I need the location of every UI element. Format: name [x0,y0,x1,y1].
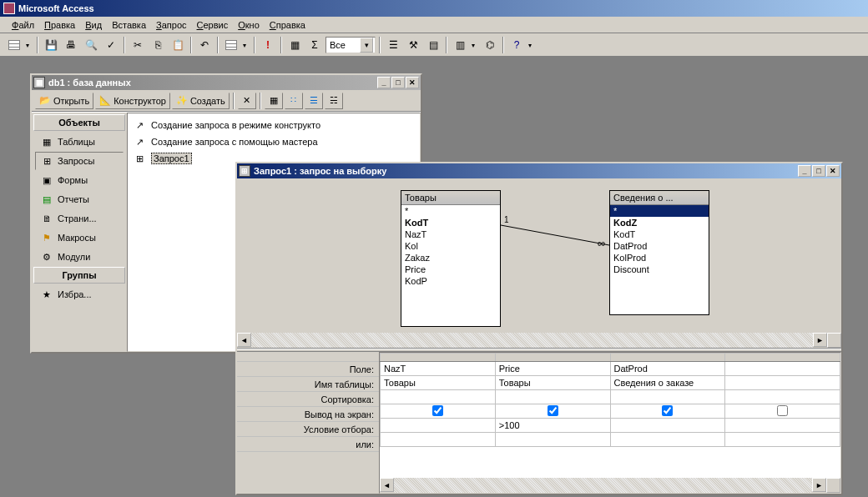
table-box-svedeniya[interactable]: Сведения о ... * KodZ KodT DatProd KolPr… [609,190,709,315]
field-row[interactable]: Kol [401,240,500,252]
scroll-right-button[interactable]: ► [812,478,826,492]
list-item[interactable]: ↗Создание запроса с помощью мастера [131,133,416,150]
scroll-left-button[interactable]: ◄ [237,333,251,347]
field-row[interactable]: Price [401,264,500,275]
view-button[interactable] [5,36,23,54]
menu-service[interactable]: Сервис [192,18,234,32]
query-upper-hscroll[interactable]: ◄ ► [237,333,841,348]
scroll-left-button[interactable]: ◄ [380,478,394,492]
undo-button[interactable]: ↶ [195,36,214,54]
db-listview-button[interactable]: ☰ [305,93,323,109]
topvalues-combo[interactable]: Все [326,37,376,53]
print-button[interactable]: 🖶 [62,36,80,54]
showtable-button[interactable]: ▦ [285,36,304,54]
sidebar-item-forms[interactable]: ▣Формы [35,171,124,189]
field-row[interactable]: DatProd [610,240,709,252]
scroll-right-button[interactable]: ► [813,333,827,347]
sidebar-item-queries[interactable]: ⊞Запросы [35,152,124,170]
menu-view[interactable]: Вид [80,18,107,32]
copy-button[interactable]: ⎘ [149,36,167,54]
spell-button[interactable]: ✓ [102,36,120,54]
grid-cell[interactable] [381,419,496,433]
query-diagram[interactable]: Товары * KodT NazT Kol Zakaz Price KodP … [237,178,841,333]
sidebar-item-pages[interactable]: 🗎Страни... [35,209,124,228]
scroll-track[interactable] [251,333,813,348]
sidebar-item-modules[interactable]: ⚙Модули [35,248,124,266]
show-checkbox[interactable] [548,405,558,416]
grid-cell[interactable]: >100 [495,419,610,433]
db-min-button[interactable]: _ [377,77,391,88]
grid-cell[interactable]: Price [495,362,610,376]
menu-insert[interactable]: Вставка [107,18,151,32]
querytype-button[interactable] [222,36,240,54]
db-close-button[interactable]: ✕ [406,77,419,88]
list-item[interactable]: ↗Создание запроса в режиме конструкто [131,117,416,133]
q-min-button[interactable]: _ [798,165,811,177]
db-open-button[interactable]: 📂Открыть [35,93,93,109]
grid-cell[interactable]: DatProd [610,362,725,376]
grid-cell[interactable] [610,433,725,447]
grid-cell[interactable] [725,419,840,433]
grid-cell[interactable]: Товары [381,376,496,390]
field-row[interactable]: KodP [401,275,500,287]
grid-cell[interactable] [725,390,840,404]
query-grid-hscroll[interactable]: ◄ ► [380,478,840,493]
q-max-button[interactable]: □ [812,165,825,177]
menu-window[interactable]: Окно [233,18,265,32]
sidebar-item-tables[interactable]: ▦Таблицы [35,133,124,151]
grid-cell[interactable]: Сведения о заказе [610,376,725,390]
field-row[interactable]: Discount [610,264,709,275]
q-close-button[interactable]: ✕ [826,165,840,177]
menu-edit[interactable]: Правка [39,18,80,32]
field-row[interactable]: KodT [401,217,500,228]
query-grid[interactable]: NazT Price DatProd Товары Товары Сведени… [379,352,841,494]
db-detailview-button[interactable]: ☵ [325,93,343,109]
field-row[interactable]: NazT [401,228,500,240]
db-new-button[interactable]: ✨Создать [172,93,230,109]
grid-cell[interactable] [725,362,840,376]
query-window-titlebar[interactable]: ⊞ Запрос1 : запрос на выборку _ □ ✕ [237,163,841,178]
menu-file[interactable]: Файл [7,18,39,32]
grid-cell-show[interactable] [610,404,725,419]
totals-button[interactable]: Σ [305,36,324,54]
grid-cell[interactable] [495,433,610,447]
menu-query[interactable]: Запрос [151,18,191,32]
field-row[interactable]: KolProd [610,252,709,264]
grid-cell[interactable]: NazT [381,362,496,376]
db-smallicons-button[interactable]: ∷ [285,93,303,109]
show-checkbox[interactable] [662,405,673,416]
grid-cell[interactable] [610,390,725,404]
grid-cell[interactable] [725,433,840,447]
grid-cell[interactable] [495,390,610,404]
run-button[interactable]: ! [259,36,277,54]
db-delete-button[interactable]: ✕ [238,93,256,109]
grid-cell[interactable] [725,376,840,390]
grid-cell-show[interactable] [725,404,840,419]
grid-cell[interactable] [381,433,496,447]
sidebar-group-favorites[interactable]: ★Избра... [35,285,124,304]
field-row[interactable]: KodT [610,228,709,240]
db-largeicons-button[interactable]: ▦ [265,93,283,109]
db-design-button[interactable]: 📐Конструктор [95,93,170,109]
field-row[interactable]: * [401,205,500,217]
save-button[interactable]: 💾 [42,36,60,54]
field-row[interactable]: * [610,205,709,217]
table-box-tovary[interactable]: Товары * KodT NazT Kol Zakaz Price KodP [401,190,501,327]
db-window-titlebar[interactable]: ▦ db1 : база данных _ □ ✕ [32,75,421,90]
grid-cell[interactable] [610,419,725,433]
relations-button[interactable]: ⌬ [481,36,499,54]
build-button[interactable]: ⚒ [404,36,422,54]
grid-cell-show[interactable] [495,404,610,419]
field-row[interactable]: Zakaz [401,252,500,264]
sidebar-item-macros[interactable]: ⚑Макросы [35,228,124,247]
properties-button[interactable]: ☰ [384,36,402,54]
field-row[interactable]: KodZ [610,217,709,228]
sidebar-item-reports[interactable]: ▤Отчеты [35,190,124,208]
grid-cell[interactable] [381,390,496,404]
preview-button[interactable]: 🔍 [82,36,100,54]
menu-help[interactable]: Справка [265,18,310,32]
paste-button[interactable]: 📋 [169,36,187,54]
help-button[interactable]: ? [507,36,526,54]
dbwindow-button[interactable]: ▤ [424,36,442,54]
grid-cell[interactable]: Товары [495,376,610,390]
